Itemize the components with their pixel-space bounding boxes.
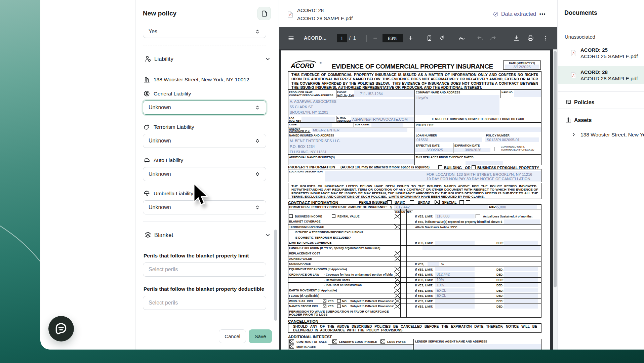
svg-text:ACORD: ACORD [290, 62, 314, 69]
svg-text:®: ® [320, 62, 322, 65]
